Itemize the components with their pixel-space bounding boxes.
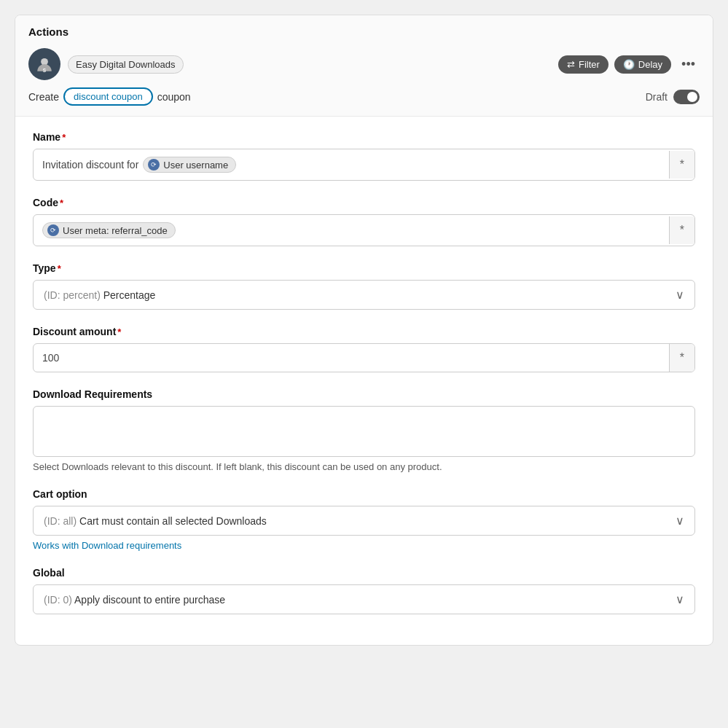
download-requirements-field-group: Download Requirements Select Downloads r… bbox=[33, 388, 695, 472]
cart-option-select[interactable]: (ID: all) Cart must contain all selected… bbox=[33, 506, 695, 536]
code-label: Code * bbox=[33, 197, 695, 208]
global-label: Global bbox=[33, 567, 695, 579]
cart-option-value-label: Cart must contain all selected Downloads bbox=[79, 515, 267, 527]
type-field-group: Type * (ID: percent) Percentage ∨ bbox=[33, 262, 695, 310]
draft-label: Draft bbox=[646, 91, 668, 103]
code-required: * bbox=[60, 197, 63, 208]
filter-button[interactable]: ⇄ Filter bbox=[558, 55, 608, 74]
subheader-row: Create discount coupon coupon Draft bbox=[28, 87, 700, 106]
type-label: Type * bbox=[33, 262, 695, 274]
code-token-label: User meta: referral_code bbox=[63, 225, 168, 236]
panel-title: Actions bbox=[28, 26, 700, 38]
header-row: S Easy Digital Downloads ⇄ Filter 🕐 Dela… bbox=[28, 48, 700, 80]
type-select[interactable]: (ID: percent) Percentage ∨ bbox=[33, 280, 695, 310]
name-input-row: Invitation discount for ⟳ User username … bbox=[33, 149, 695, 181]
panel-body: Name * Invitation discount for ⟳ User us… bbox=[15, 117, 713, 645]
global-field-group: Global (ID: 0) Apply discount to entire … bbox=[33, 567, 695, 614]
type-value: (ID: percent) Percentage bbox=[44, 289, 155, 301]
name-asterisk-button[interactable]: * bbox=[669, 151, 694, 179]
cart-option-field-group: Cart option (ID: all) Cart must contain … bbox=[33, 488, 695, 551]
type-value-label: Percentage bbox=[103, 289, 156, 301]
code-asterisk-button[interactable]: * bbox=[669, 216, 694, 244]
code-token[interactable]: ⟳ User meta: referral_code bbox=[42, 222, 176, 238]
discount-coupon-badge[interactable]: discount coupon bbox=[63, 87, 153, 106]
name-input[interactable]: Invitation discount for ⟳ User username bbox=[34, 149, 669, 180]
code-input-row: ⟳ User meta: referral_code * bbox=[33, 214, 695, 246]
name-label: Name * bbox=[33, 131, 695, 143]
app-name-badge: Easy Digital Downloads bbox=[68, 55, 184, 74]
name-token-label: User username bbox=[163, 160, 228, 171]
type-required: * bbox=[58, 263, 61, 274]
discount-amount-asterisk-button[interactable]: * bbox=[669, 344, 694, 372]
code-token-icon: ⟳ bbox=[47, 224, 59, 236]
discount-amount-required: * bbox=[117, 326, 121, 337]
global-select[interactable]: (ID: 0) Apply discount to entire purchas… bbox=[33, 584, 695, 614]
name-field-group: Name * Invitation discount for ⟳ User us… bbox=[33, 131, 695, 181]
download-requirements-helper: Select Downloads relevant to this discou… bbox=[33, 461, 695, 472]
discount-amount-input-row: 100 * bbox=[33, 343, 695, 372]
global-value-label: Apply discount to entire purchase bbox=[74, 594, 225, 606]
delay-label: Delay bbox=[638, 59, 662, 70]
name-token[interactable]: ⟳ User username bbox=[143, 157, 236, 173]
code-field-group: Code * ⟳ User meta: referral_code * bbox=[33, 197, 695, 246]
header-right: ⇄ Filter 🕐 Delay ••• bbox=[558, 54, 700, 75]
actions-panel: Actions S Easy Digital Downloads ⇄ Filte… bbox=[15, 15, 713, 646]
more-icon: ••• bbox=[681, 57, 695, 71]
header-left: S Easy Digital Downloads bbox=[28, 48, 184, 80]
draft-toggle[interactable] bbox=[673, 90, 700, 104]
download-requirements-label: Download Requirements bbox=[33, 388, 695, 400]
works-with-label: Works with Download requirements bbox=[33, 540, 695, 551]
cart-option-label: Cart option bbox=[33, 488, 695, 500]
delay-button[interactable]: 🕐 Delay bbox=[614, 55, 671, 74]
delay-icon: 🕐 bbox=[623, 59, 635, 70]
coupon-label: coupon bbox=[157, 91, 191, 103]
discount-amount-field-group: Discount amount * 100 * bbox=[33, 326, 695, 372]
discount-amount-value: 100 bbox=[42, 352, 59, 364]
download-requirements-input[interactable] bbox=[33, 406, 695, 457]
more-options-button[interactable]: ••• bbox=[677, 54, 700, 75]
cart-option-id-part: (ID: all) bbox=[44, 515, 77, 527]
panel-header: Actions S Easy Digital Downloads ⇄ Filte… bbox=[15, 15, 713, 117]
draft-row: Draft bbox=[646, 90, 700, 104]
name-static-text: Invitation discount for bbox=[42, 159, 138, 171]
global-chevron-icon: ∨ bbox=[676, 592, 684, 606]
global-value: (ID: 0) Apply discount to entire purchas… bbox=[44, 594, 225, 606]
avatar: S bbox=[28, 48, 60, 80]
type-id-part: (ID: percent) bbox=[44, 289, 101, 301]
type-chevron-icon: ∨ bbox=[676, 288, 684, 302]
cart-option-value: (ID: all) Cart must contain all selected… bbox=[44, 515, 267, 527]
global-id-part: (ID: 0) bbox=[44, 594, 72, 606]
cart-option-chevron-icon: ∨ bbox=[676, 514, 684, 528]
filter-label: Filter bbox=[579, 59, 600, 70]
name-token-icon: ⟳ bbox=[148, 159, 160, 171]
svg-text:S: S bbox=[43, 68, 47, 73]
discount-amount-input[interactable]: 100 bbox=[34, 345, 669, 371]
filter-icon: ⇄ bbox=[567, 59, 575, 70]
subheader-left: Create discount coupon coupon bbox=[28, 87, 191, 106]
create-label: Create bbox=[28, 91, 59, 103]
name-required: * bbox=[62, 132, 66, 143]
code-input[interactable]: ⟳ User meta: referral_code bbox=[34, 215, 669, 246]
discount-amount-label: Discount amount * bbox=[33, 326, 695, 337]
